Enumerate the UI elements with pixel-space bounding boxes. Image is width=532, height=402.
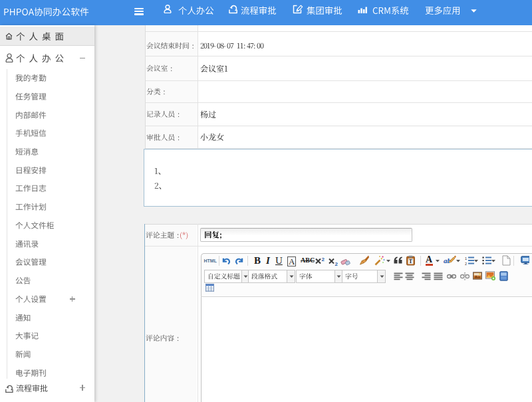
- svg-text:T: T: [409, 258, 413, 264]
- svg-text:2: 2: [335, 261, 338, 266]
- svg-text:1: 1: [465, 256, 467, 260]
- svg-text:2: 2: [465, 262, 467, 266]
- svg-text:2: 2: [322, 257, 325, 262]
